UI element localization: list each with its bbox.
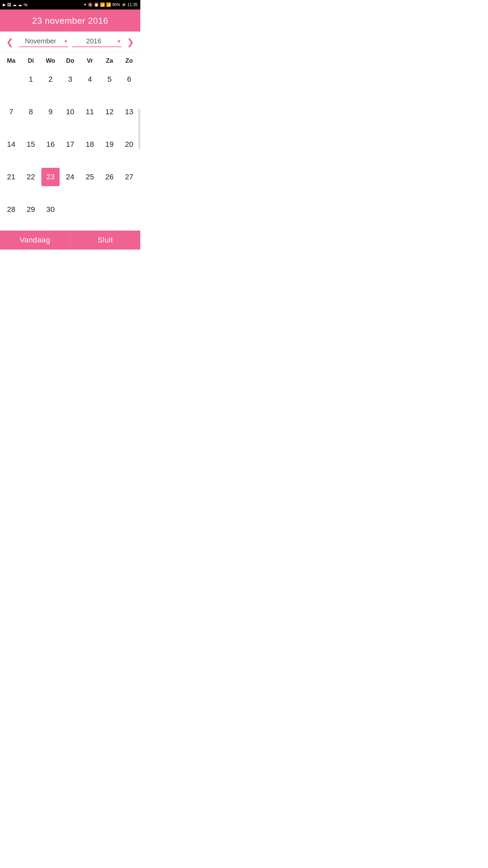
year-label: 2016 <box>72 37 115 45</box>
day-cell-18[interactable]: 18 <box>80 133 100 156</box>
month-selector[interactable]: November ▼ <box>19 37 68 47</box>
day-cell-27[interactable]: 27 <box>119 165 139 189</box>
day-cell-24[interactable]: 24 <box>60 165 80 189</box>
day-number-3: 3 <box>61 70 79 88</box>
day-header-di: Di <box>21 55 41 66</box>
day-cell-empty <box>60 198 80 221</box>
day-number-1: 1 <box>22 70 40 88</box>
mute-icon: 🔇 <box>88 2 93 7</box>
day-cell-4[interactable]: 4 <box>80 68 100 91</box>
status-right-info: ✦ 🔇 ⏰ 📶 📶 90% ⚡ 11:35 <box>83 2 138 7</box>
calendar-grid: 1234567891011121314151617181920212223242… <box>0 68 140 231</box>
day-number-21: 21 <box>2 168 20 186</box>
day-number-17: 17 <box>61 135 79 154</box>
day-header-do: Do <box>60 55 80 66</box>
next-month-button[interactable]: ❯ <box>123 36 138 49</box>
year-selector[interactable]: 2016 ▼ <box>72 37 121 47</box>
image-icon: 🖼 <box>7 2 11 7</box>
cloud-icon-1: ☁ <box>13 2 17 7</box>
day-cell-19[interactable]: 19 <box>100 133 119 156</box>
month-dropdown-arrow: ▼ <box>63 39 68 44</box>
day-number-6: 6 <box>120 70 138 88</box>
bluetooth-icon: ✦ <box>83 2 87 7</box>
day-cell-29[interactable]: 29 <box>21 198 41 221</box>
day-cell-26[interactable]: 26 <box>100 165 119 189</box>
day-number-29: 29 <box>22 200 40 219</box>
day-cell-30[interactable]: 30 <box>41 198 60 221</box>
shop-icon: 🛍 <box>23 2 27 7</box>
day-number-30: 30 <box>41 200 60 219</box>
day-cell-empty <box>80 198 100 221</box>
day-number-20: 20 <box>120 135 138 154</box>
day-number-16: 16 <box>41 135 60 154</box>
day-cell-10[interactable]: 10 <box>60 100 80 123</box>
day-cell-1[interactable]: 1 <box>21 68 41 91</box>
day-header-zo: Zo <box>119 55 139 66</box>
day-number-12: 12 <box>100 103 119 121</box>
day-cell-9[interactable]: 9 <box>41 100 60 123</box>
day-cell-11[interactable]: 11 <box>80 100 100 123</box>
calendar-header: 23 november 2016 <box>0 9 140 32</box>
day-cell-22[interactable]: 22 <box>21 165 41 189</box>
day-cell-6[interactable]: 6 <box>119 68 139 91</box>
wifi-icon: 📶 <box>100 2 105 7</box>
day-cell-21[interactable]: 21 <box>1 165 21 189</box>
day-number-14: 14 <box>2 135 20 154</box>
day-header-za: Za <box>100 55 119 66</box>
day-number-26: 26 <box>100 168 119 186</box>
day-cell-empty <box>1 68 21 91</box>
day-cell-3[interactable]: 3 <box>60 68 80 91</box>
year-dropdown-arrow: ▼ <box>117 39 121 44</box>
day-cell-empty <box>100 198 119 221</box>
day-number-8: 8 <box>22 103 40 121</box>
close-button[interactable]: Sluit <box>70 231 141 250</box>
scrollbar-hint <box>138 108 140 149</box>
day-number-23: 23 <box>41 168 60 186</box>
day-number-13: 13 <box>120 103 138 121</box>
day-cell-25[interactable]: 25 <box>80 165 100 189</box>
day-cell-17[interactable]: 17 <box>60 133 80 156</box>
bottom-bar: Vandaag Sluit <box>0 231 140 250</box>
day-cell-15[interactable]: 15 <box>21 133 41 156</box>
day-number-5: 5 <box>100 70 119 88</box>
day-number-19: 19 <box>100 135 119 154</box>
selected-date-title: 23 november 2016 <box>0 16 140 26</box>
cloud-icon-2: ☁ <box>18 2 22 7</box>
day-cell-7[interactable]: 7 <box>1 100 21 123</box>
day-cell-13[interactable]: 13 <box>119 100 139 123</box>
day-number-9: 9 <box>41 103 60 121</box>
day-header-wo: Wo <box>41 55 60 66</box>
day-number-15: 15 <box>22 135 40 154</box>
day-cell-20[interactable]: 20 <box>119 133 139 156</box>
day-cell-empty <box>119 198 139 221</box>
battery-icon: ⚡ <box>121 2 126 7</box>
day-cell-8[interactable]: 8 <box>21 100 41 123</box>
day-number-22: 22 <box>22 168 40 186</box>
day-number-10: 10 <box>61 103 79 121</box>
day-cell-5[interactable]: 5 <box>100 68 119 91</box>
day-number-27: 27 <box>120 168 138 186</box>
day-number-25: 25 <box>81 168 99 186</box>
day-number-2: 2 <box>41 70 60 88</box>
day-cell-23[interactable]: 23 <box>41 165 60 189</box>
day-cell-12[interactable]: 12 <box>100 100 119 123</box>
day-number-24: 24 <box>61 168 79 186</box>
time: 11:35 <box>127 2 138 7</box>
prev-month-button[interactable]: ❮ <box>3 36 17 49</box>
today-button[interactable]: Vandaag <box>0 231 70 250</box>
status-bar: ▶ 🖼 ☁ ☁ 🛍 ✦ 🔇 ⏰ 📶 📶 90% ⚡ 11:35 <box>0 0 140 9</box>
day-number-28: 28 <box>2 200 20 219</box>
status-left-icons: ▶ 🖼 ☁ ☁ 🛍 <box>3 2 27 7</box>
day-cell-14[interactable]: 14 <box>1 133 21 156</box>
day-number-7: 7 <box>2 103 20 121</box>
play-icon: ▶ <box>3 2 6 7</box>
day-headers: MaDiWoDoVrZaZo <box>0 52 140 68</box>
signal-icon: 📶 <box>106 2 111 7</box>
day-cell-28[interactable]: 28 <box>1 198 21 221</box>
month-label: November <box>19 37 62 45</box>
day-cell-16[interactable]: 16 <box>41 133 60 156</box>
battery-percent: 90% <box>112 2 120 7</box>
day-number-18: 18 <box>81 135 99 154</box>
day-header-ma: Ma <box>1 55 21 66</box>
day-cell-2[interactable]: 2 <box>41 68 60 91</box>
